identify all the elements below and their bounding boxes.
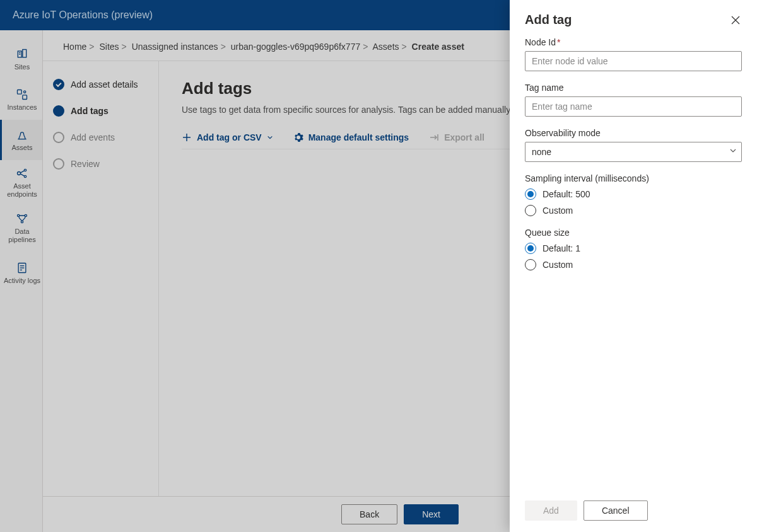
radio-checked-icon — [525, 243, 536, 254]
observability-mode-label: Observability mode — [525, 128, 742, 138]
add-button[interactable]: Add — [525, 500, 577, 521]
radio-unchecked-icon — [525, 205, 536, 216]
cancel-button[interactable]: Cancel — [584, 500, 648, 521]
radio-unchecked-icon — [525, 259, 536, 270]
node-id-input[interactable] — [525, 51, 742, 71]
node-id-label: Node Id* — [525, 37, 742, 47]
flyout-header: Add tag — [510, 0, 757, 32]
sampling-custom-radio[interactable]: Custom — [525, 205, 742, 216]
radio-checked-icon — [525, 188, 536, 200]
flyout-body: Node Id* Tag name Observability mode non… — [510, 32, 757, 492]
required-indicator: * — [557, 37, 560, 47]
queue-custom-radio[interactable]: Custom — [525, 259, 742, 270]
close-button[interactable] — [729, 14, 742, 26]
tag-name-input[interactable] — [525, 96, 742, 117]
radio-label: Custom — [543, 260, 573, 270]
queue-size-label: Queue size — [525, 228, 742, 238]
add-tag-flyout: Add tag Node Id* Tag name Observability … — [510, 0, 757, 532]
sampling-default-radio[interactable]: Default: 500 — [525, 188, 742, 200]
observability-mode-select[interactable]: none — [525, 142, 742, 162]
tag-name-label: Tag name — [525, 83, 742, 93]
queue-default-radio[interactable]: Default: 1 — [525, 243, 742, 254]
flyout-title: Add tag — [525, 13, 572, 27]
radio-label: Default: 1 — [543, 243, 580, 253]
sampling-interval-label: Sampling interval (milliseconds) — [525, 173, 742, 183]
close-icon — [731, 16, 740, 25]
flyout-footer: Add Cancel — [510, 492, 757, 532]
radio-label: Default: 500 — [543, 189, 590, 199]
radio-label: Custom — [543, 205, 573, 216]
